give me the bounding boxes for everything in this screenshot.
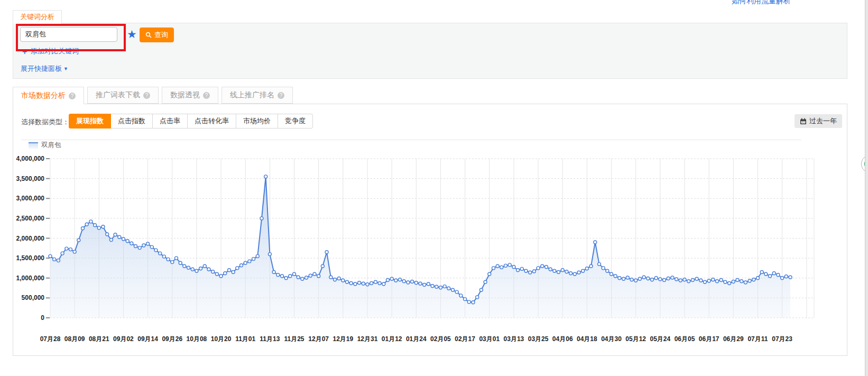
toolbar-divider bbox=[21, 140, 801, 140]
keyword-panel bbox=[13, 23, 847, 79]
type-button-ctr[interactable]: 点击率 bbox=[152, 114, 188, 129]
calendar-icon bbox=[800, 118, 807, 125]
type-button-click-index[interactable]: 点击指数 bbox=[110, 114, 153, 129]
tab-data-pivot-label: 数据透视 bbox=[170, 90, 200, 100]
expand-quick-panel-link[interactable]: 展开快捷面板 ▼ bbox=[21, 64, 68, 74]
tab-online-promo-ranking-label: 线上推广排名 bbox=[230, 90, 274, 100]
help-icon[interactable]: ? bbox=[69, 93, 76, 99]
query-button[interactable]: 查询 bbox=[140, 27, 174, 42]
legend-label: 双肩包 bbox=[41, 141, 61, 150]
traffic-analysis-help-link[interactable]: 如何利用流量解析 bbox=[732, 0, 791, 6]
y-axis-label: 3,500,000 bbox=[2, 175, 44, 182]
date-range-button[interactable]: 过去一年 bbox=[795, 114, 842, 128]
y-axis-label: 500,000 bbox=[2, 294, 44, 301]
help-icon[interactable]: ? bbox=[143, 92, 150, 99]
scrollbar[interactable] bbox=[865, 0, 868, 376]
add-compare-keyword-link[interactable]: ＋ 添加对比关键词 bbox=[21, 47, 79, 56]
y-axis-label: 4,000,000 bbox=[2, 155, 44, 162]
query-button-label: 查询 bbox=[154, 30, 168, 40]
type-button-market-avg-price[interactable]: 市场均价 bbox=[236, 114, 278, 129]
x-axis-label: 07月23 bbox=[765, 335, 800, 344]
plus-icon: ＋ bbox=[21, 48, 29, 55]
expand-quick-panel-label: 展开快捷面板 bbox=[21, 64, 62, 74]
tab-promo-wordlist-download-label: 推广词表下载 bbox=[96, 90, 140, 100]
date-range-label: 过去一年 bbox=[809, 116, 837, 126]
help-icon[interactable]: ? bbox=[278, 92, 284, 99]
tab-market-data-analysis-label: 市场数据分析 bbox=[21, 91, 66, 100]
data-type-selector-label: 选择数据类型： bbox=[21, 117, 69, 127]
favorite-star-icon[interactable]: ★ bbox=[127, 27, 137, 42]
help-icon[interactable]: ? bbox=[203, 92, 210, 99]
keyword-input[interactable] bbox=[20, 27, 117, 42]
tab-promo-wordlist-download[interactable]: 推广词表下载 ? bbox=[87, 87, 159, 104]
y-axis-label: 3,000,000 bbox=[2, 195, 44, 202]
analysis-tab-bar: 市场数据分析 ? 推广词表下载 ? 数据透视 ? 线上推广排名 ? bbox=[13, 87, 293, 104]
y-axis-label: 1,000,000 bbox=[2, 274, 44, 282]
type-button-impression-index[interactable]: 展现指数 bbox=[69, 114, 111, 129]
tab-keyword-analysis[interactable]: 关键词分析 bbox=[13, 10, 62, 24]
data-type-button-group: 展现指数 点击指数 点击率 点击转化率 市场均价 竞争度 bbox=[69, 114, 313, 129]
tab-online-promo-ranking[interactable]: 线上推广排名 ? bbox=[221, 87, 293, 104]
tab-data-pivot[interactable]: 数据透视 ? bbox=[162, 87, 218, 104]
y-axis-label: 0 bbox=[2, 314, 44, 322]
add-compare-keyword-label: 添加对比关键词 bbox=[31, 47, 79, 56]
search-icon bbox=[145, 32, 152, 38]
legend-item[interactable]: 双肩包 bbox=[29, 141, 61, 150]
legend-swatch-icon bbox=[29, 142, 38, 149]
type-button-conversion-rate[interactable]: 点击转化率 bbox=[187, 114, 236, 129]
caret-down-icon: ▼ bbox=[63, 66, 68, 71]
market-data-panel bbox=[13, 104, 847, 356]
tab-market-data-analysis[interactable]: 市场数据分析 ? bbox=[13, 87, 84, 104]
y-axis-label: 1,500,000 bbox=[2, 254, 44, 262]
y-axis-label: 2,500,000 bbox=[2, 215, 44, 222]
y-axis-label: 2,000,000 bbox=[2, 235, 44, 242]
type-button-competition[interactable]: 竞争度 bbox=[278, 114, 313, 129]
